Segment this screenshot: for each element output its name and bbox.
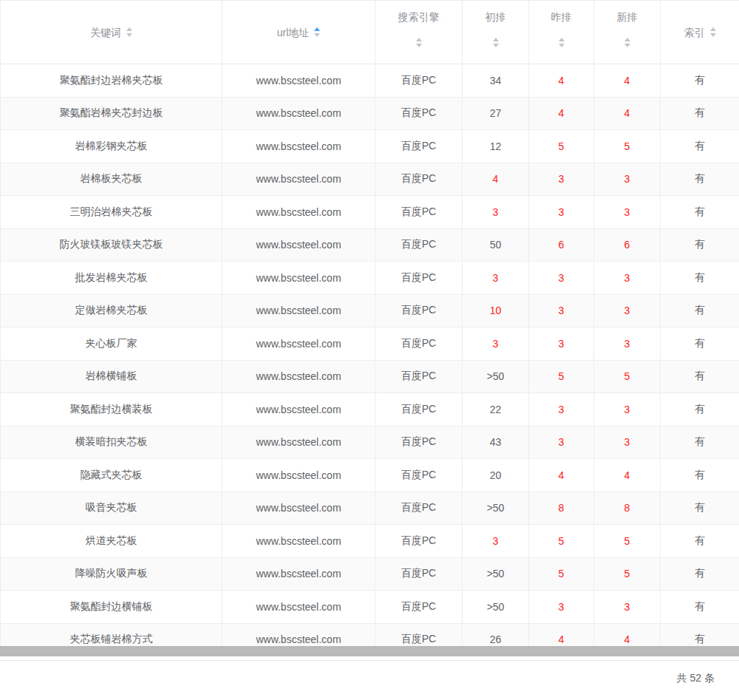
yesterday-rank-cell: 4 [529,97,594,130]
search-engine-cell: 百度PC [375,459,463,492]
keyword-cell: 岩棉板夹芯板 [1,163,222,196]
column-header-engine[interactable]: 搜索引擎 [375,1,463,64]
column-header-new_rank[interactable]: 新排 [594,1,661,64]
initial-rank-cell: >50 [463,360,529,393]
keyword-cell: 横装暗扣夹芯板 [1,426,222,459]
total-count-label: 共 52 条 [0,661,739,685]
url-cell: www.bscsteel.com [222,262,375,295]
keyword-cell: 聚氨酯封边横装板 [1,393,222,427]
index-cell: 有 [661,262,739,295]
url-cell: www.bscsteel.com [222,327,375,361]
header-cell: 初排 [463,1,528,64]
yesterday-rank-cell: 3 [529,163,594,196]
search-engine-cell: 百度PC [375,196,463,229]
new-rank-cell: 3 [594,262,661,295]
header-cell: url地址 [222,1,375,64]
initial-rank-cell: >50 [463,492,529,525]
new-rank-cell: 3 [594,327,661,361]
table-row: 夹心板厂家www.bscsteel.com百度PC333有 [1,327,739,361]
new-rank-cell: 3 [594,393,661,427]
yesterday-rank-cell: 3 [529,393,594,427]
table-row: 岩棉彩钢夹芯板www.bscsteel.com百度PC1255有 [1,130,739,163]
column-header-keyword[interactable]: 关键词 [1,1,222,64]
yesterday-rank-cell: 3 [529,262,594,295]
initial-rank-cell: 4 [463,163,529,196]
search-engine-cell: 百度PC [375,294,463,327]
sort-carets [559,38,565,47]
initial-rank-cell: >50 [463,591,529,624]
search-engine-cell: 百度PC [375,393,463,427]
index-cell: 有 [661,196,739,229]
yesterday-rank-cell: 4 [529,64,594,98]
table-row: 聚氨酯封边横装板www.bscsteel.com百度PC2233有 [1,393,739,427]
header-cell: 搜索引擎 [375,1,462,64]
header-row: 关键词url地址搜索引擎初排昨排新排索引 [1,1,739,64]
initial-rank-cell: 43 [463,426,529,459]
keyword-cell: 聚氨酯封边岩棉夹芯板 [1,64,222,98]
new-rank-cell: 3 [594,426,661,459]
url-cell: www.bscsteel.com [222,97,375,130]
url-cell: www.bscsteel.com [222,130,375,163]
index-cell: 有 [661,327,739,361]
table-row: 聚氨酯岩棉夹芯封边板www.bscsteel.com百度PC2744有 [1,97,739,130]
table-row: 横装暗扣夹芯板www.bscsteel.com百度PC4333有 [1,426,739,459]
search-engine-cell: 百度PC [375,360,463,393]
index-cell: 有 [661,426,739,459]
search-engine-cell: 百度PC [375,64,463,98]
new-rank-cell: 5 [594,525,661,558]
yesterday-rank-cell: 5 [529,525,594,558]
sort-carets [126,27,132,37]
search-engine-cell: 百度PC [375,525,463,558]
initial-rank-cell: 27 [463,97,529,130]
index-cell: 有 [661,557,739,591]
url-cell: www.bscsteel.com [222,557,375,591]
keyword-cell: 防火玻镁板玻镁夹芯板 [1,228,222,262]
yesterday-rank-cell: 3 [529,591,594,624]
url-cell: www.bscsteel.com [222,64,375,98]
search-engine-cell: 百度PC [375,557,463,591]
sort-ascending-icon [314,27,320,31]
column-label-new_rank: 新排 [617,10,638,24]
index-cell: 有 [661,591,739,624]
initial-rank-cell: 50 [463,228,529,262]
keyword-cell: 烘道夹芯板 [1,525,222,558]
url-cell: www.bscsteel.com [222,360,375,393]
new-rank-cell: 8 [594,492,661,525]
column-header-url[interactable]: url地址 [222,1,375,64]
sort-descending-icon [710,33,716,37]
sort-descending-icon [624,44,630,47]
table-row: 聚氨酯封边岩棉夹芯板www.bscsteel.com百度PC3444有 [1,64,739,98]
table-row: 三明治岩棉夹芯板www.bscsteel.com百度PC333有 [1,196,739,229]
new-rank-cell: 6 [594,228,661,262]
keyword-rank-page: 关键词url地址搜索引擎初排昨排新排索引 聚氨酯封边岩棉夹芯板www.bscst… [0,0,739,700]
url-cell: www.bscsteel.com [222,228,375,262]
column-header-index[interactable]: 索引 [661,1,739,64]
sort-carets [416,38,422,47]
sort-ascending-icon [710,27,716,31]
column-header-yesterday_rank[interactable]: 昨排 [529,1,594,64]
sort-descending-icon [493,44,499,47]
yesterday-rank-cell: 5 [529,360,594,393]
new-rank-cell: 5 [594,557,661,591]
sort-descending-icon [314,33,320,37]
column-header-initial_rank[interactable]: 初排 [463,1,529,64]
url-cell: www.bscsteel.com [222,393,375,427]
search-engine-cell: 百度PC [375,426,463,459]
rank-table: 关键词url地址搜索引擎初排昨排新排索引 聚氨酯封边岩棉夹芯板www.bscst… [0,0,739,656]
table-row: 批发岩棉夹芯板www.bscsteel.com百度PC333有 [1,262,739,295]
search-engine-cell: 百度PC [375,262,463,295]
initial-rank-cell: 3 [463,196,529,229]
yesterday-rank-cell: 3 [529,294,594,327]
horizontal-scrollbar-thumb[interactable] [0,646,739,656]
new-rank-cell: 3 [594,196,661,229]
sort-ascending-icon [126,27,132,31]
initial-rank-cell: 22 [463,393,529,427]
table-row: 隐藏式夹芯板www.bscsteel.com百度PC2044有 [1,459,739,492]
table-row: 定做岩棉夹芯板www.bscsteel.com百度PC1033有 [1,294,739,327]
rank-table-container: 关键词url地址搜索引擎初排昨排新排索引 聚氨酯封边岩棉夹芯板www.bscst… [0,0,739,658]
index-cell: 有 [661,525,739,558]
sort-carets [624,38,630,47]
url-cell: www.bscsteel.com [222,426,375,459]
sort-carets [314,27,320,37]
new-rank-cell: 3 [594,591,661,624]
